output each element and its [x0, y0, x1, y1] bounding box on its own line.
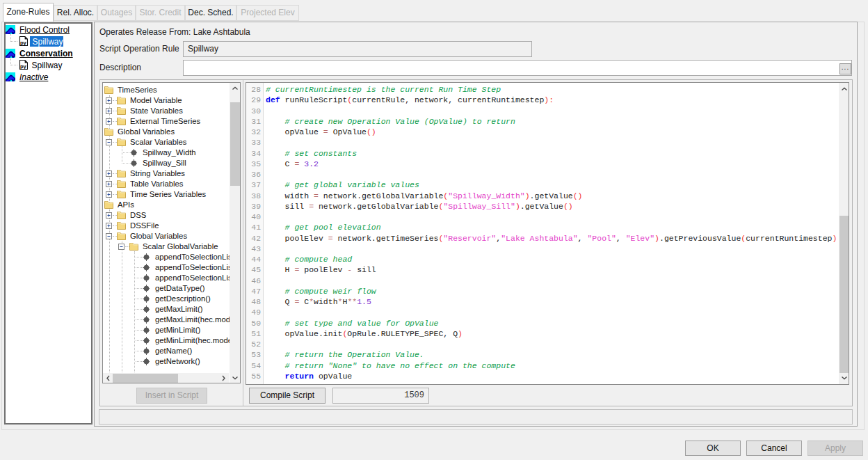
svg-text:py: py: [20, 63, 27, 70]
svg-text:py: py: [20, 40, 27, 46]
